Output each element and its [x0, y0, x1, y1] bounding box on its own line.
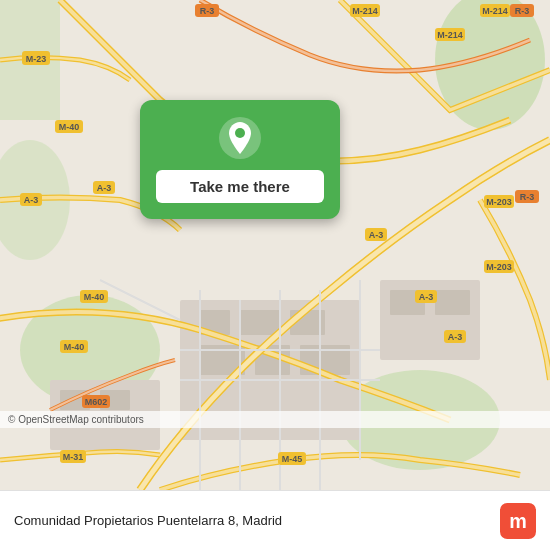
- svg-text:M-214: M-214: [352, 6, 378, 16]
- svg-text:A-3: A-3: [369, 230, 384, 240]
- svg-point-68: [235, 128, 245, 138]
- svg-text:M-203: M-203: [486, 262, 512, 272]
- bottom-info-bar: Comunidad Propietarios Puentelarra 8, Ma…: [0, 490, 550, 550]
- svg-text:M-40: M-40: [64, 342, 85, 352]
- svg-text:M-23: M-23: [26, 54, 47, 64]
- svg-text:M-31: M-31: [63, 452, 84, 462]
- svg-text:M-45: M-45: [282, 454, 303, 464]
- svg-text:M-214: M-214: [482, 6, 508, 16]
- map-container: M-23 R-3 M-214 M-214 M-214 R-3 M-40 M-40…: [0, 0, 550, 490]
- map-attribution: © OpenStreetMap contributors: [0, 411, 550, 428]
- moovit-logo-icon: m: [500, 503, 536, 539]
- svg-text:A-3: A-3: [448, 332, 463, 342]
- svg-text:R-3: R-3: [520, 192, 535, 202]
- svg-text:A-3: A-3: [97, 183, 112, 193]
- take-me-there-button[interactable]: Take me there: [156, 170, 324, 203]
- svg-text:m: m: [509, 510, 527, 532]
- svg-text:A-3: A-3: [24, 195, 39, 205]
- svg-text:R-3: R-3: [200, 6, 215, 16]
- navigation-card: Take me there: [140, 100, 340, 219]
- svg-rect-8: [240, 310, 280, 335]
- svg-text:A-3: A-3: [419, 292, 434, 302]
- svg-text:M602: M602: [85, 397, 108, 407]
- svg-text:M-40: M-40: [59, 122, 80, 132]
- svg-text:M-40: M-40: [84, 292, 105, 302]
- svg-text:R-3: R-3: [515, 6, 530, 16]
- svg-text:M-203: M-203: [486, 197, 512, 207]
- svg-text:M-214: M-214: [437, 30, 463, 40]
- moovit-brand-icon: m: [500, 503, 536, 539]
- location-pin-icon: [218, 116, 262, 160]
- location-name: Comunidad Propietarios Puentelarra 8, Ma…: [14, 513, 500, 528]
- svg-rect-15: [435, 290, 470, 315]
